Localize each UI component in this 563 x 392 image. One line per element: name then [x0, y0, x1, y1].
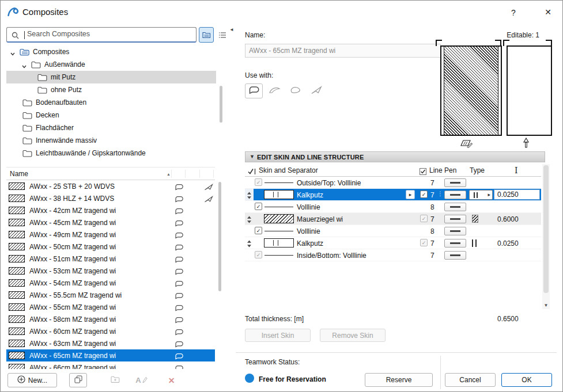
visibility-checkbox[interactable]: ✓ — [420, 239, 428, 246]
separator-row[interactable]: ✓Volllinie8 — [245, 201, 541, 213]
pen-number[interactable]: 8 — [430, 203, 434, 211]
visibility-checkbox[interactable]: ✓ — [255, 227, 262, 234]
list-item[interactable]: AWxx - 63cm MZ tragend wi — [6, 337, 215, 349]
list-item[interactable]: AWxx - 58cm MZ tragend wi — [6, 313, 215, 325]
skin-fill-preview[interactable] — [264, 238, 294, 248]
list-item[interactable]: AWxx - 55.5cm MZ tragend wi — [6, 289, 215, 301]
tree-item-bodenaufbauten[interactable]: Bodenaufbauten — [6, 96, 216, 109]
visibility-checkbox[interactable]: ✓ — [420, 215, 428, 222]
column-name[interactable]: Name — [10, 170, 28, 178]
reserve-button[interactable]: Reserve — [365, 373, 433, 387]
new-button[interactable]: New... — [7, 373, 57, 387]
folder-view-toggle[interactable] — [199, 27, 214, 43]
scroll-down-arrow[interactable]: ▼ — [542, 303, 550, 308]
composite-name-field[interactable] — [245, 44, 441, 58]
list-item[interactable]: AWxx - 55cm MZ tragend wi — [6, 301, 215, 313]
thickness-value[interactable]: 0.0250 — [497, 239, 519, 248]
tree-item-ohne-putz[interactable]: ohne Putz — [6, 83, 216, 96]
use-with-shell-toggle[interactable] — [266, 83, 284, 98]
list-view-toggle[interactable] — [215, 27, 230, 43]
duplicate-button[interactable] — [69, 373, 87, 387]
visibility-checkbox[interactable]: ✓ — [420, 191, 428, 198]
pen-number[interactable]: 7 — [430, 252, 434, 260]
column-line-pen[interactable]: Line Pen — [429, 166, 456, 174]
pen-color-button[interactable] — [444, 227, 466, 235]
scrollbar-thumb[interactable] — [543, 165, 549, 293]
use-with-morph-toggle[interactable] — [286, 83, 304, 98]
list-item[interactable]: AWxx - 60cm MZ tragend wi — [6, 325, 215, 337]
pen-color-button[interactable] — [444, 215, 466, 223]
tree-item-composites[interactable]: Composites — [6, 45, 216, 58]
pen-color-button[interactable] — [444, 203, 466, 211]
drag-handle-icon[interactable] — [247, 215, 252, 226]
tree-item-decken[interactable]: Decken — [6, 109, 216, 121]
tree-item-leichtbauwände-gipskartonwände[interactable]: Leichtbauwände / Gipskartonwände — [6, 147, 216, 159]
separator-row[interactable]: ✓Inside/Bottom: Volllinie7 — [245, 249, 541, 261]
pen-number[interactable]: 8 — [430, 227, 434, 235]
help-button[interactable]: ? — [507, 6, 520, 20]
insert-skin-button[interactable]: Insert Skin — [245, 329, 311, 342]
edit-skin-section-header[interactable]: ▼ EDIT SKIN AND LINE STRUCTURE — [245, 151, 545, 162]
list-item[interactable]: AWxx - 42cm MZ tragend wi — [6, 204, 215, 216]
list-item[interactable]: AWxx - 49cm MZ tragend wi — [6, 229, 215, 241]
pen-color-button[interactable] — [444, 178, 466, 187]
list-item[interactable]: AWxx - 45cm MZ tragend wi — [6, 216, 215, 229]
skin-row[interactable]: Kalkputz✓70.0250 — [245, 237, 541, 249]
skin-fill-preview[interactable] — [264, 190, 294, 199]
pen-spinner-icon[interactable]: ⋮ — [437, 191, 443, 197]
thickness-value[interactable]: 0.6000 — [497, 215, 519, 223]
rename-button[interactable]: A — [133, 373, 150, 387]
visibility-checkbox[interactable]: ✓ — [255, 178, 262, 186]
use-with-roof-toggle[interactable] — [307, 83, 325, 98]
close-button[interactable]: ✕ — [536, 4, 560, 20]
pen-number[interactable]: 7 — [430, 191, 434, 199]
thickness-input[interactable]: 0.0250 — [494, 189, 540, 200]
cancel-button[interactable]: Cancel — [445, 373, 496, 387]
collapse-panel-arrow[interactable]: ◄ — [229, 27, 234, 32]
plus-circle-icon — [17, 375, 25, 385]
visibility-checkbox[interactable]: ✓ — [255, 251, 262, 258]
surface-pen-icon[interactable] — [523, 138, 530, 151]
cut-fill-pen-icon[interactable] — [460, 138, 474, 151]
pen-number[interactable]: 7 — [430, 179, 434, 187]
pen-color-button[interactable] — [444, 191, 466, 199]
list-item[interactable]: AWxx - 53cm MZ tragend wi — [6, 265, 215, 277]
visibility-checkbox[interactable]: ✓ — [255, 203, 262, 210]
skin-fill-preview[interactable] — [264, 214, 294, 223]
ok-button[interactable]: OK — [501, 373, 552, 387]
delete-button[interactable]: ✕ — [163, 373, 180, 387]
sort-ascending-icon[interactable]: ▲ — [167, 172, 171, 176]
new-folder-button[interactable] — [106, 373, 124, 387]
separator-row[interactable]: ✓Outside/Top: Volllinie7 — [245, 177, 541, 189]
list-item[interactable]: AWxx - 66cm MZ tragend wi — [6, 361, 215, 369]
drag-handle-icon[interactable] — [247, 191, 252, 201]
use-with-wall-toggle[interactable] — [245, 83, 263, 98]
list-item[interactable]: AWxx - 51cm MZ tragend wi — [6, 253, 215, 265]
list-item[interactable]: AWxx - 65cm MZ tragend wi — [6, 349, 215, 361]
list-item[interactable]: AWxx - 50cm MZ tragend wi — [6, 241, 215, 253]
search-input[interactable] — [7, 28, 196, 41]
list-item[interactable]: AWxx - 25 STB + 20 WDVS — [6, 180, 215, 192]
fill-type-button[interactable]: ▸ — [469, 190, 493, 200]
skin-row[interactable]: Kalkputz▸✓7⋮▸0.0250 — [245, 189, 541, 201]
column-skin-and-separator[interactable]: Skin and Separator — [259, 166, 318, 174]
column-type[interactable]: Type — [470, 166, 485, 174]
pen-color-button[interactable] — [444, 239, 466, 248]
list-item[interactable]: AWxx - 38 HLZ + 14 WDVS — [6, 192, 215, 204]
tree-scrollbar-thumb[interactable] — [220, 86, 222, 123]
tree-item-mit-putz[interactable]: mit Putz — [6, 71, 216, 83]
pen-color-button[interactable] — [444, 251, 466, 260]
separator-row[interactable]: ✓Volllinie8 — [245, 225, 541, 237]
fill-popup-button[interactable]: ▸ — [406, 190, 415, 199]
pen-number[interactable]: 7 — [430, 239, 434, 248]
list-scrollbar-thumb[interactable] — [218, 182, 221, 291]
drag-handle-icon[interactable] — [247, 239, 252, 250]
tree-item-flachdächer[interactable]: Flachdächer — [6, 121, 216, 134]
skin-table-scrollbar[interactable]: ▼ — [542, 164, 550, 309]
list-item[interactable]: AWxx - 54cm MZ tragend wi — [6, 277, 215, 289]
tree-item-innenwände-massiv[interactable]: Innenwände massiv — [6, 134, 216, 147]
pen-number[interactable]: 7 — [430, 215, 434, 223]
tree-item-außenwände[interactable]: Außenwände — [6, 58, 216, 71]
remove-skin-button[interactable]: Remove Skin — [320, 329, 386, 342]
skin-row[interactable]: Mauerziegel wi✓70.6000 — [245, 213, 541, 225]
